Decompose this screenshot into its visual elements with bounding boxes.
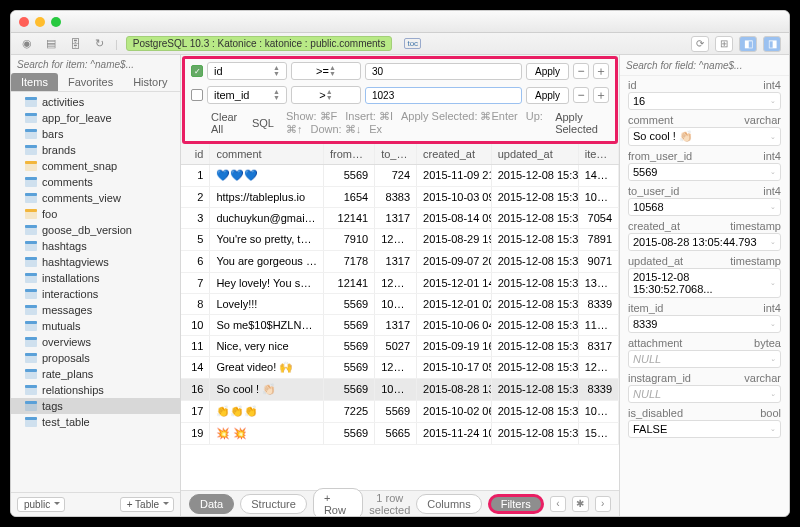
prop-value[interactable]: 10568⌄ <box>628 198 781 216</box>
close-window[interactable] <box>19 17 29 27</box>
tree-item-comments_view[interactable]: comments_view <box>11 190 180 206</box>
filters-button[interactable]: Filters <box>488 494 544 514</box>
grid-button[interactable]: ⊞ <box>715 36 733 52</box>
minimize-window[interactable] <box>35 17 45 27</box>
prop-value[interactable]: NULL⌄ <box>628 385 781 403</box>
panel-right-button[interactable]: ◨ <box>763 36 781 52</box>
zoom-window[interactable] <box>51 17 61 27</box>
prop-value[interactable]: FALSE⌄ <box>628 420 781 438</box>
table-row[interactable]: 7Hey lovely! You should def. enter the C… <box>181 273 619 294</box>
filter-checkbox[interactable]: ✓ <box>191 65 203 77</box>
table-row[interactable]: 8Lovely!!!5569105682015-12-01 02:51:09.4… <box>181 294 619 315</box>
table-row[interactable]: 5You're so pretty, this is a nice ni gor… <box>181 229 619 251</box>
settings-icon[interactable]: ✱ <box>572 496 588 512</box>
svg-rect-33 <box>25 353 37 356</box>
column-header-updated_at[interactable]: updated_at <box>492 144 579 164</box>
table-row[interactable]: 1💙💙💙55697242015-11-09 21:11:21.614▲▼2015… <box>181 165 619 187</box>
sidebar-tab-history[interactable]: History <box>123 73 177 91</box>
filter-value[interactable] <box>365 87 522 104</box>
structure-tab[interactable]: Structure <box>240 494 307 514</box>
remove-filter-button[interactable]: − <box>573 87 589 103</box>
apply-button[interactable]: Apply <box>526 87 569 104</box>
tree-item-test_table[interactable]: test_table <box>11 414 180 430</box>
prop-value[interactable]: 5569⌄ <box>628 163 781 181</box>
table-row[interactable]: 2https://tableplus.io165483832015-10-03 … <box>181 187 619 208</box>
prev-button[interactable]: ‹ <box>550 496 566 512</box>
filter-field[interactable]: item_id▲▼ <box>207 86 287 104</box>
refresh-button[interactable]: ⟳ <box>691 36 709 52</box>
add-filter-button[interactable]: ＋ <box>593 87 609 103</box>
table-row[interactable]: 17👏👏👏722555692015-10-02 06:23:38.884▲▼20… <box>181 401 619 423</box>
tree-item-proposals[interactable]: proposals <box>11 350 180 366</box>
tree-item-overviews[interactable]: overviews <box>11 334 180 350</box>
schema-select[interactable]: public <box>17 497 65 512</box>
add-table-button[interactable]: + Table <box>120 497 174 512</box>
sidebar-search[interactable] <box>17 59 174 70</box>
tree-item-rate_plans[interactable]: rate_plans <box>11 366 180 382</box>
column-header-comment[interactable]: comment <box>210 144 324 164</box>
table-row[interactable]: 16So cool ! 👏🏻5569105682015-08-28 13:05:… <box>181 379 619 401</box>
prop-type: varchar <box>744 114 781 126</box>
tree-item-app_for_leave[interactable]: app_for_leave <box>11 110 180 126</box>
table-row[interactable]: 3duchuykun@gmail.com1214113172015-08-14 … <box>181 208 619 229</box>
table-row[interactable]: 6You are gorgeous !!😍717813172015-09-07 … <box>181 251 619 273</box>
filter-op[interactable]: >=▲▼ <box>291 62 361 80</box>
prop-value[interactable]: 2015-08-28 13:05:44.793⌄ <box>628 233 781 251</box>
apply-button[interactable]: Apply <box>526 63 569 80</box>
tree-item-hashtags[interactable]: hashtags <box>11 238 180 254</box>
filter-op[interactable]: >▲▼ <box>291 86 361 104</box>
table-icon <box>25 321 37 331</box>
sidebar-tab-items[interactable]: Items <box>11 73 58 91</box>
file-icon[interactable]: ▤ <box>43 36 59 52</box>
column-header-id[interactable]: id <box>181 144 210 164</box>
column-header-created_at[interactable]: created_at <box>417 144 492 164</box>
tree-item-messages[interactable]: messages <box>11 302 180 318</box>
column-header-to_user_id[interactable]: to_user_id <box>375 144 417 164</box>
connection-icon[interactable]: ◉ <box>19 36 35 52</box>
clear-all-button[interactable]: Clear All <box>211 111 240 135</box>
table-row[interactable]: 19💥 💥556956652015-11-24 10:12:39.322▲▼20… <box>181 423 619 445</box>
filter-field[interactable]: id▲▼ <box>207 62 287 80</box>
prop-value[interactable]: NULL⌄ <box>628 350 781 368</box>
sidebar-tab-favorites[interactable]: Favorites <box>58 73 123 91</box>
prop-value[interactable]: 16⌄ <box>628 92 781 110</box>
breadcrumb[interactable]: PostgreSQL 10.3 : Katonice : katonice : … <box>126 36 393 51</box>
tree-item-mutuals[interactable]: mutuals <box>11 318 180 334</box>
add-row-button[interactable]: + Row <box>313 488 363 518</box>
sql-button[interactable]: SQL <box>252 117 274 129</box>
db-icon[interactable]: 🗄 <box>67 36 83 52</box>
table-row[interactable]: 10So me$10$HZLN8BPNuWWi42Sa9I1b8dR1jbiOk… <box>181 315 619 336</box>
tree-item-comment_snap[interactable]: comment_snap <box>11 158 180 174</box>
column-header-item_id[interactable]: item_id <box>579 144 619 164</box>
tree-item-installations[interactable]: installations <box>11 270 180 286</box>
tree-item-comments[interactable]: comments <box>11 174 180 190</box>
apply-selected-button[interactable]: Apply Selected <box>555 111 607 135</box>
history-icon[interactable]: ↻ <box>91 36 107 52</box>
tree-item-activities[interactable]: activities <box>11 94 180 110</box>
tree-item-bars[interactable]: bars <box>11 126 180 142</box>
panel-left-button[interactable]: ◧ <box>739 36 757 52</box>
table-row[interactable]: 11Nice, very nice556950272015-09-19 16:2… <box>181 336 619 357</box>
prop-value[interactable]: 8339⌄ <box>628 315 781 333</box>
prop-value[interactable]: So cool ! 👏🏻⌄ <box>628 127 781 146</box>
prop-value[interactable]: 2015-12-08 15:30:52.7068...⌄ <box>628 268 781 298</box>
tree-item-label: comment_snap <box>42 160 117 172</box>
tree-item-hashtagviews[interactable]: hashtagviews <box>11 254 180 270</box>
tree-item-brands[interactable]: brands <box>11 142 180 158</box>
tree-item-relationships[interactable]: relationships <box>11 382 180 398</box>
tree-item-goose_db_version[interactable]: goose_db_version <box>11 222 180 238</box>
column-header-from_user_id[interactable]: from_user_id <box>324 144 375 164</box>
tree-item-interactions[interactable]: interactions <box>11 286 180 302</box>
table-row[interactable]: 14Great video! 🙌5569125662015-10-17 05:3… <box>181 357 619 379</box>
columns-button[interactable]: Columns <box>416 494 481 514</box>
remove-filter-button[interactable]: − <box>573 63 589 79</box>
inspector-search[interactable] <box>626 60 783 71</box>
table-icon <box>25 113 37 123</box>
next-button[interactable]: › <box>595 496 611 512</box>
filter-checkbox[interactable] <box>191 89 203 101</box>
add-filter-button[interactable]: ＋ <box>593 63 609 79</box>
filter-value[interactable] <box>365 63 522 80</box>
tree-item-tags[interactable]: tags <box>11 398 180 414</box>
tree-item-foo[interactable]: foo <box>11 206 180 222</box>
data-tab[interactable]: Data <box>189 494 234 514</box>
